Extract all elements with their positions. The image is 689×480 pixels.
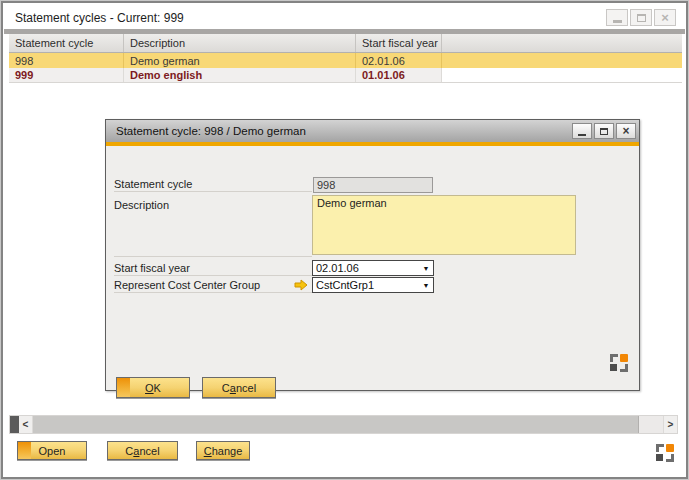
- cancel-button[interactable]: Cancel: [107, 441, 178, 460]
- dialog-cancel-button[interactable]: Cancel: [202, 377, 276, 398]
- column-header-statement-cycle[interactable]: Statement cycle: [9, 34, 124, 52]
- link-arrow-icon[interactable]: [294, 278, 309, 292]
- label-represent-cost-center-group: Represent Cost Center Group: [114, 278, 312, 293]
- table-header-row: Statement cycle Description Start fiscal…: [9, 34, 682, 53]
- dialog-controls: ×: [572, 123, 636, 139]
- column-header-description[interactable]: Description: [124, 34, 356, 52]
- minimize-button[interactable]: [606, 9, 628, 26]
- cost-center-group-dropdown[interactable]: CstCntGrp1 ▼: [312, 277, 434, 293]
- close-button[interactable]: ×: [654, 9, 676, 26]
- cell-description[interactable]: Demo english: [124, 68, 356, 82]
- statement-cycles-table: Statement cycle Description Start fiscal…: [9, 34, 682, 83]
- chevron-left-icon: <: [23, 419, 29, 430]
- button-label: K: [154, 382, 161, 394]
- maximize-icon: [637, 14, 646, 22]
- ok-button[interactable]: OK: [116, 377, 190, 398]
- dropdown-value: 02.01.06: [313, 262, 419, 274]
- dialog-title: Statement cycle: 998 / Demo german: [116, 125, 306, 137]
- description-row-underline: [114, 256, 312, 257]
- button-label: ncel: [236, 382, 256, 394]
- chevron-down-icon[interactable]: ▼: [419, 265, 433, 272]
- minimize-icon: [578, 134, 586, 136]
- column-header-filler: [442, 34, 682, 52]
- dialog-body: Statement cycle 998 Description Demo ger…: [106, 146, 639, 390]
- horizontal-scrollbar[interactable]: < >: [9, 415, 678, 434]
- expand-form-icon[interactable]: [610, 354, 628, 372]
- change-button[interactable]: Change: [196, 441, 250, 460]
- scroll-right-button[interactable]: >: [663, 416, 677, 433]
- window-title: Statement cycles - Current: 999: [15, 11, 184, 25]
- scrollbar-track[interactable]: [639, 416, 663, 433]
- dialog-maximize-button[interactable]: [594, 123, 614, 139]
- chevron-right-icon: >: [668, 419, 674, 430]
- scrollbar-thumb[interactable]: [33, 416, 639, 433]
- button-label: C: [222, 382, 230, 394]
- cell-cycle[interactable]: 999: [9, 68, 124, 82]
- table-row-999[interactable]: 999 Demo english 01.01.06: [9, 68, 682, 83]
- main-window: Statement cycles - Current: 999 × Statem…: [0, 0, 689, 480]
- window-controls: ×: [606, 9, 676, 26]
- description-textarea[interactable]: Demo german: [312, 195, 576, 255]
- chevron-down-icon[interactable]: ▼: [419, 282, 433, 289]
- label-description: Description: [114, 198, 312, 213]
- maximize-button[interactable]: [630, 9, 652, 26]
- button-label: ncel: [139, 445, 159, 457]
- column-header-start-fiscal-year[interactable]: Start fiscal year: [356, 34, 442, 52]
- minimize-icon: [613, 20, 622, 23]
- expand-form-icon[interactable]: [656, 444, 674, 462]
- cell-cycle[interactable]: 998: [9, 53, 124, 68]
- button-label: Open: [39, 445, 66, 457]
- dialog-titlebar[interactable]: Statement cycle: 998 / Demo german ×: [106, 120, 639, 142]
- start-fiscal-year-dropdown[interactable]: 02.01.06 ▼: [312, 260, 434, 276]
- button-label: O: [145, 382, 154, 394]
- open-button[interactable]: Open: [17, 441, 87, 460]
- cell-filler: [442, 68, 682, 82]
- maximize-icon: [600, 128, 608, 135]
- main-titlebar: Statement cycles - Current: 999 ×: [4, 4, 685, 29]
- label-statement-cycle: Statement cycle: [114, 177, 312, 192]
- statement-cycle-dialog: Statement cycle: 998 / Demo german × Sta…: [105, 119, 640, 391]
- scroll-left-button[interactable]: <: [19, 416, 33, 433]
- button-label: hange: [212, 445, 243, 457]
- cell-description[interactable]: Demo german: [124, 53, 356, 68]
- scrollbar-split-handle[interactable]: [10, 416, 19, 433]
- dialog-close-button[interactable]: ×: [616, 123, 636, 139]
- close-icon: ×: [622, 125, 629, 137]
- cell-start-fiscal-year[interactable]: 01.01.06: [356, 68, 442, 82]
- button-label: C: [125, 445, 133, 457]
- table-row-998[interactable]: 998 Demo german 02.01.06: [9, 53, 682, 68]
- statement-cycle-field[interactable]: 998: [313, 177, 433, 193]
- label-start-fiscal-year: Start fiscal year: [114, 261, 312, 276]
- button-label: C: [204, 445, 212, 457]
- cell-filler: [442, 53, 682, 68]
- cell-start-fiscal-year[interactable]: 02.01.06: [356, 53, 442, 68]
- close-icon: ×: [661, 11, 669, 24]
- dialog-minimize-button[interactable]: [572, 123, 592, 139]
- dropdown-value: CstCntGrp1: [313, 279, 419, 291]
